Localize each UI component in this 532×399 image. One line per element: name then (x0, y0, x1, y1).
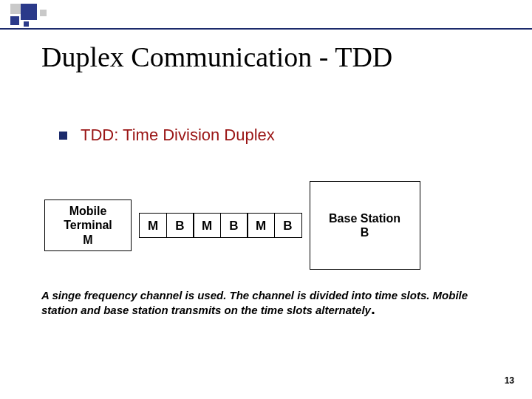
time-slot: B (166, 213, 194, 238)
bullet-text: TDD: Time Division Duplex (81, 126, 275, 145)
explanation-text: A singe frequency channel is used. The c… (41, 288, 491, 318)
mobile-terminal-line3: M (45, 233, 131, 247)
bullet-icon (59, 132, 67, 140)
page-number: 13 (505, 375, 514, 386)
time-slots: M B M B M B (139, 213, 302, 238)
time-slot: M (247, 213, 275, 238)
base-station-line2: B (310, 225, 420, 239)
explanation-body: A singe frequency channel is used. The c… (41, 289, 468, 316)
tdd-diagram: Mobile Terminal M M B M B M B Base Stati… (44, 181, 420, 270)
top-divider (0, 28, 532, 30)
page-title: Duplex Communication - TDD (41, 41, 392, 73)
time-slot: M (193, 213, 221, 238)
base-station-line1: Base Station (310, 211, 420, 225)
time-slot: B (220, 213, 248, 238)
time-slot: B (274, 213, 302, 238)
corner-decoration (10, 4, 62, 26)
base-station-box: Base Station B (310, 181, 420, 270)
mobile-terminal-box: Mobile Terminal M (44, 200, 132, 251)
bullet-item: TDD: Time Division Duplex (59, 126, 275, 145)
time-slot: M (139, 213, 167, 238)
mobile-terminal-line2: Terminal (45, 218, 131, 232)
mobile-terminal-line1: Mobile (45, 204, 131, 218)
